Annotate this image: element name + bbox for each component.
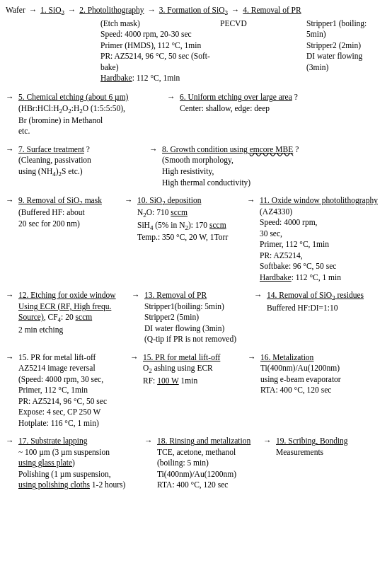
- step19-block: 19. Scribing, Bonding Measurements: [276, 436, 386, 458]
- step16-line2: using e-beam evaporator: [260, 374, 386, 386]
- row-2-details: (Etch mask) Speed: 4000 rpm, 20-30 sec P…: [6, 18, 386, 84]
- step3-label: 3. Formation of SiO2: [159, 6, 228, 14]
- arrow12-col: →: [6, 290, 18, 301]
- step2-line1: (Etch mask): [100, 18, 214, 30]
- page-content: Wafer → 1. SiO2 → 2. Photolithography → …: [6, 4, 386, 498]
- step11-line7: Hardbake: 112 °C, 1 min: [260, 272, 386, 284]
- spacer3: [6, 190, 386, 195]
- row-1: Wafer → 1. SiO2 → 2. Photolithography → …: [6, 4, 386, 18]
- step2-line5: Hardbake: 112 °C, 1min: [100, 73, 214, 84]
- step5-title: 5. Chemical etching (about 6 µm): [18, 92, 167, 103]
- step15b-title: 15. PR for metal lift-off: [143, 352, 248, 364]
- step5-line2: Br (bromine) in Methanol: [18, 115, 167, 127]
- step15a-block: 15. PR for metal lift-off AZ5214 image r…: [18, 352, 130, 429]
- step10-line1: N2O: 710 sccm: [137, 207, 247, 219]
- step6-title: 6. Uniform etching over large area ?: [180, 92, 386, 103]
- step11-line2: Speed: 4000 rpm,: [260, 217, 386, 228]
- arrow2: →: [68, 6, 76, 14]
- step6-line1: Center: shallow, edge: deep: [180, 103, 386, 115]
- step4-detail: Stripper1 (boiling: 5min) Stripper2 (2mi…: [306, 18, 386, 74]
- step15b-line2: RF: 100 W 1min: [143, 376, 248, 387]
- step2-label: 2. Photolithography: [79, 6, 144, 14]
- step17-line4: using polishing cloths 1-2 hours): [18, 480, 144, 491]
- spacer6: [6, 430, 386, 436]
- step8-block: 8. Growth condition using emcore MBE ? (…: [162, 144, 386, 188]
- step10-line3: Temp.: 350 °C, 20 W, 1Torr: [137, 232, 247, 243]
- step15a-line3: Primer, 112 °C, 1min: [18, 385, 130, 396]
- arrow13-col: →: [132, 290, 144, 301]
- step7-title: 7. Surface treatment ?: [18, 144, 149, 156]
- step13-title: 13. Removal of PR: [144, 290, 254, 301]
- row1-text: Wafer → 1. SiO2 → 2. Photolithography → …: [6, 4, 386, 18]
- step8-line3: High thermal conductivity): [162, 178, 386, 189]
- step11-block: 11. Oxide window photolithography (AZ433…: [260, 195, 386, 283]
- step7-block: 7. Surface treatment ? (Cleaning, passiv…: [18, 144, 149, 178]
- step16-block: 16. Metalization Ti(400nm)/Au(1200nm) us…: [260, 352, 386, 396]
- step17-line2: using glass plate): [18, 458, 144, 469]
- row-5: → 9. Removal of SiO2 mask (Buffered HF: …: [6, 195, 386, 283]
- step5-line1: (HBr:HCl:H2O2:H2O (1:5:5:50),: [18, 103, 167, 115]
- step8-title: 8. Growth condition using emcore MBE ?: [162, 144, 386, 156]
- step11-line4: Primer, 112 °C, 1min: [260, 239, 386, 250]
- step10-line2: SiH4 (5% in N2): 170 sccm: [137, 220, 247, 232]
- spacer4: [6, 284, 386, 290]
- arrow14-col: →: [254, 290, 267, 301]
- spacer7: [6, 492, 386, 498]
- step13-line3: DI water flowing (3min): [144, 323, 254, 335]
- step16-line3: RTA: 400 °C, 120 sec: [260, 385, 386, 396]
- step15a-line4: PR: AZ5214, 96 °C, 50 sec: [18, 396, 130, 407]
- step2-line3: Primer (HMDS), 112 °C, 1min: [100, 40, 214, 52]
- step11-title: 11. Oxide window photolithography: [260, 195, 386, 207]
- step18-line2: (boiling: 5 min): [157, 458, 263, 469]
- step11-line5: PR: AZ5214,: [260, 250, 386, 262]
- step16-title: 16. Metalization: [260, 352, 386, 364]
- step12-block: 12. Etching for oxide window Using ECR (…: [18, 290, 132, 335]
- step1-detail: [6, 18, 98, 30]
- step9-title: 9. Removal of SiO2 mask: [18, 195, 125, 207]
- spacer5: [6, 347, 386, 352]
- step13-line4: (Q-tip if PR is not removed): [144, 334, 254, 345]
- arrow10-col: →: [125, 195, 137, 207]
- wafer-label: Wafer: [6, 6, 25, 14]
- step2-line2: Speed: 4000 rpm, 20-30 sec: [100, 29, 214, 40]
- step1-label: 1. SiO2: [40, 6, 64, 14]
- step9-block: 9. Removal of SiO2 mask (Buffered HF: ab…: [18, 195, 125, 229]
- step15a-line2: (Speed: 4000 rpm, 30 sec,: [18, 374, 130, 386]
- arrow15a-col: →: [6, 352, 18, 364]
- arrow8-col: →: [149, 144, 162, 156]
- step6-block: 6. Uniform etching over large area ? Cen…: [180, 92, 386, 114]
- step16-line1: Ti(400nm)/Au(1200nm): [260, 363, 386, 374]
- arrow17-col: →: [6, 436, 18, 447]
- step5-block: 5. Chemical etching (about 6 µm) (HBr:HC…: [18, 92, 167, 137]
- step4-line2: Stripper2 (2min): [306, 40, 386, 52]
- arrow3: →: [147, 6, 156, 14]
- spacer1: [6, 86, 386, 92]
- step14-line1: Buffered HF:DI=1:10: [267, 303, 386, 314]
- row-3: → 5. Chemical etching (about 6 µm) (HBr:…: [6, 92, 386, 137]
- arrow1: →: [29, 6, 38, 14]
- step15b-block: 15. PR for metal lift-off O2 ashing usin…: [143, 352, 248, 386]
- step18-block: 18. Rinsing and metalization TCE, aceton…: [157, 436, 263, 491]
- step5-line3: etc.: [18, 126, 167, 137]
- row-7: → 15. PR for metal lift-off AZ5214 image…: [6, 352, 386, 429]
- step7-line2: using (NH4)2S etc.): [18, 166, 149, 178]
- arrow16-col: →: [248, 352, 260, 364]
- step14-title: 14. Removal of SiO2 residues: [267, 290, 386, 302]
- step18-line4: RTA: 400 °C, 120 sec: [157, 480, 263, 491]
- step15a-title: 15. PR for metal lift-off: [18, 352, 130, 364]
- step17-line3: Polishing (1 µm suspension,: [18, 469, 144, 480]
- row-4: → 7. Surface treatment ? (Cleaning, pass…: [6, 144, 386, 188]
- step17-line1: ~ 100 µm (3 µm suspension: [18, 447, 144, 458]
- step3-detail: PECVD: [214, 18, 306, 30]
- arrow4: →: [231, 6, 240, 14]
- step12-line1: Using ECR (RF, High frequ. Source), CF4:…: [18, 301, 132, 325]
- step17-block: 17. Substrate lapping ~ 100 µm (3 µm sus…: [18, 436, 144, 491]
- step19-title: 19. Scribing, Bonding: [276, 436, 386, 447]
- step13-line2: Stripper2 (5min): [144, 312, 254, 323]
- step11-line6: Softbake: 96 °C, 50 sec: [260, 261, 386, 272]
- step18-line1: TCE, acetone, methanol: [157, 447, 263, 458]
- arrow9-col: →: [6, 195, 18, 207]
- step8-line2: High resistivity,: [162, 166, 386, 178]
- step12-line3: 2 min etching: [18, 325, 132, 336]
- row-6: → 12. Etching for oxide window Using ECR…: [6, 290, 386, 345]
